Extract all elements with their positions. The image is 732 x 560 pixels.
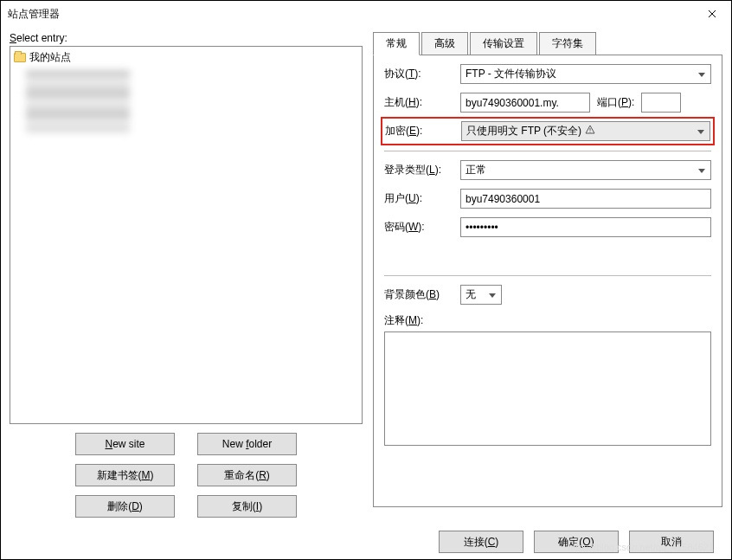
copy-button[interactable]: 复制(I) xyxy=(197,495,297,518)
new-site-button[interactable]: New site xyxy=(75,433,175,455)
dialog-body: Select entry: 我的站点 New site New folder 新… xyxy=(1,27,731,525)
user-row: 用户(U): byu7490360001 xyxy=(384,189,711,209)
comment-label: 注释(M): xyxy=(384,313,711,328)
select-entry-label: Select entry: xyxy=(10,32,363,46)
connect-button[interactable]: 连接(C) xyxy=(439,531,523,553)
encryption-label: 加密(E): xyxy=(385,124,454,138)
password-input[interactable]: ••••••••• xyxy=(460,217,711,237)
password-label: 密码(W): xyxy=(384,220,453,235)
general-panel: 协议(T): FTP - 文件传输协议 主机(H): byu7490360001… xyxy=(373,55,722,507)
new-bookmark-button[interactable]: 新建书签(M) xyxy=(75,464,175,486)
host-row: 主机(H): byu7490360001.my. 端口(P): xyxy=(384,93,711,113)
site-tree[interactable]: 我的站点 xyxy=(10,46,363,424)
logon-label: 登录类型(L): xyxy=(384,163,453,177)
logon-select[interactable]: 正常 xyxy=(460,160,711,180)
protocol-label: 协议(T): xyxy=(384,67,453,81)
folder-icon xyxy=(14,53,26,62)
footer: 连接(C) 确定(O) 取消 xyxy=(1,525,731,559)
close-button[interactable] xyxy=(693,1,731,27)
tab-transfer[interactable]: 传输设置 xyxy=(470,32,537,55)
new-folder-button[interactable]: New folder xyxy=(197,433,297,455)
comment-textarea[interactable] xyxy=(384,331,711,446)
protocol-select[interactable]: FTP - 文件传输协议 xyxy=(460,64,711,84)
left-button-grid: New site New folder 新建书签(M) 重命名(R) 删除(D)… xyxy=(10,424,363,525)
cancel-button[interactable]: 取消 xyxy=(629,531,714,553)
tab-charset[interactable]: 字符集 xyxy=(539,32,596,55)
delete-button[interactable]: 删除(D) xyxy=(75,495,175,518)
ok-button[interactable]: 确定(O) xyxy=(534,531,619,553)
tree-root[interactable]: 我的站点 xyxy=(14,50,358,65)
right-pane: 常规 高级 传输设置 字符集 协议(T): FTP - 文件传输协议 主机(H)… xyxy=(373,32,722,525)
tab-general[interactable]: 常规 xyxy=(373,32,420,55)
spacer xyxy=(384,246,711,270)
divider-1 xyxy=(384,151,711,151)
blurred-sites xyxy=(26,70,130,132)
bgcolor-row: 背景颜色(B) 无 xyxy=(384,285,711,305)
titlebar: 站点管理器 xyxy=(1,1,731,27)
protocol-row: 协议(T): FTP - 文件传输协议 xyxy=(384,64,711,84)
left-pane: Select entry: 我的站点 New site New folder 新… xyxy=(10,32,363,525)
port-input[interactable] xyxy=(641,93,681,113)
bgcolor-select[interactable]: 无 xyxy=(460,285,502,305)
svg-point-1 xyxy=(590,132,591,132)
close-icon xyxy=(708,10,716,18)
host-input[interactable]: byu7490360001.my. xyxy=(460,93,590,113)
encryption-select[interactable]: 只使用明文 FTP (不安全) xyxy=(461,121,710,141)
root-folder-label: 我的站点 xyxy=(29,50,71,65)
password-row: 密码(W): ••••••••• xyxy=(384,217,711,237)
site-manager-dialog: 站点管理器 Select entry: 我的站点 New site New fo… xyxy=(0,0,732,560)
logon-row: 登录类型(L): 正常 xyxy=(384,160,711,180)
rename-button[interactable]: 重命名(R) xyxy=(197,464,297,486)
tab-bar: 常规 高级 传输设置 字符集 xyxy=(373,32,722,55)
bgcolor-label: 背景颜色(B) xyxy=(384,287,453,302)
user-label: 用户(U): xyxy=(384,191,453,206)
window-title: 站点管理器 xyxy=(8,7,60,22)
encryption-row: 加密(E): 只使用明文 FTP (不安全) xyxy=(385,121,710,141)
port-label: 端口(P): xyxy=(597,95,634,110)
warning-icon xyxy=(585,125,595,138)
host-label: 主机(H): xyxy=(384,95,453,110)
encryption-highlight: 加密(E): 只使用明文 FTP (不安全) xyxy=(381,117,715,145)
divider-2 xyxy=(384,275,711,276)
tab-advanced[interactable]: 高级 xyxy=(421,32,468,55)
user-input[interactable]: byu7490360001 xyxy=(460,189,711,209)
